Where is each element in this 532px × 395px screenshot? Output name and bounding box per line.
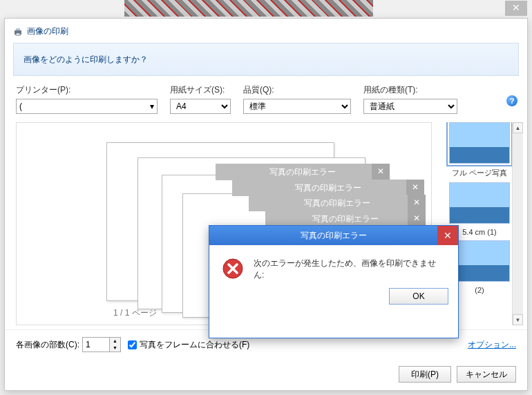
dialog-actions: 印刷(P) キャンセル — [5, 359, 527, 392]
chevron-down-icon: ▾ — [150, 102, 154, 111]
layout-thumb-full[interactable] — [449, 122, 510, 164]
dialog-title: 画像の印刷 — [27, 26, 68, 37]
spin-up-icon[interactable]: ▲ — [110, 338, 120, 345]
quality-select[interactable]: 標準 — [243, 99, 351, 114]
printer-label: プリンター(P): — [16, 84, 158, 96]
paper-size-label: 用紙サイズ(S): — [170, 84, 231, 96]
copies-input[interactable] — [83, 338, 109, 351]
error-dialog-title: 写真の印刷エラー — [301, 230, 367, 242]
error-titlebar-inactive: 写真の印刷エラー✕ — [232, 180, 424, 196]
error-dialog: 写真の印刷エラー ✕ 次のエラーが発生したため、画像を印刷できません: OK — [209, 225, 459, 338]
instruction-banner: 画像をどのように印刷しますか？ — [13, 43, 519, 76]
copies-stepper[interactable]: ▲▼ — [82, 337, 121, 352]
ok-button[interactable]: OK — [389, 288, 448, 305]
error-dialog-titlebar: 写真の印刷エラー ✕ — [209, 226, 458, 245]
paper-type-select[interactable]: 普通紙 — [363, 99, 457, 114]
scroll-up-icon[interactable]: ▲ — [513, 122, 523, 133]
error-titlebar-inactive: 写真の印刷エラー✕ — [216, 164, 390, 180]
fit-frame-checkbox[interactable] — [128, 340, 137, 349]
cancel-button[interactable]: キャンセル — [457, 366, 516, 383]
instruction-text: 画像をどのように印刷しますか？ — [23, 54, 148, 66]
scroll-down-icon[interactable]: ▼ — [513, 314, 523, 325]
svg-rect-1 — [16, 28, 20, 30]
fit-frame-label: 写真をフレームに合わせる(F) — [140, 339, 249, 351]
printer-icon — [13, 27, 23, 37]
dialog-title-row: 画像の印刷 — [5, 19, 527, 43]
error-message: 次のエラーが発生したため、画像を印刷できません: — [254, 258, 446, 281]
print-controls: プリンター(P): ( ▾ 用紙サイズ(S): A4 品質(Q): 標準 用紙の… — [5, 76, 527, 118]
layout-thumb-1[interactable] — [449, 182, 510, 224]
close-icon[interactable]: ✕ — [505, 1, 527, 16]
paper-type-label: 用紙の種類(T): — [363, 84, 457, 96]
layout-label-2: (2) — [475, 286, 484, 294]
spin-down-icon[interactable]: ▼ — [110, 345, 120, 351]
layout-label-full: フル ページ写真 — [452, 168, 507, 178]
quality-label: 品質(Q): — [243, 84, 351, 96]
svg-rect-2 — [16, 33, 20, 35]
close-icon[interactable]: ✕ — [372, 164, 390, 180]
close-icon[interactable]: ✕ — [408, 195, 426, 211]
printer-select[interactable]: ( ▾ — [16, 99, 158, 114]
layout-label-1: 5.4 cm (1) — [462, 228, 497, 236]
background-image-strip — [124, 0, 373, 17]
copies-label: 各画像の部数(C): — [16, 339, 79, 351]
error-titlebar-inactive: 写真の印刷エラー✕ — [249, 195, 426, 211]
page-indicator: 1 / 1 ページ — [113, 307, 157, 319]
options-link[interactable]: オプション... — [468, 339, 516, 351]
error-icon — [222, 258, 244, 280]
help-icon[interactable]: ? — [506, 95, 517, 106]
close-icon[interactable]: ✕ — [406, 180, 424, 196]
close-icon[interactable]: ✕ — [437, 226, 458, 245]
printer-value: ( — [19, 102, 22, 111]
layout-scrollbar[interactable]: ▲ ▼ — [512, 122, 523, 325]
paper-size-select[interactable]: A4 — [170, 99, 231, 114]
print-button[interactable]: 印刷(P) — [399, 366, 451, 383]
